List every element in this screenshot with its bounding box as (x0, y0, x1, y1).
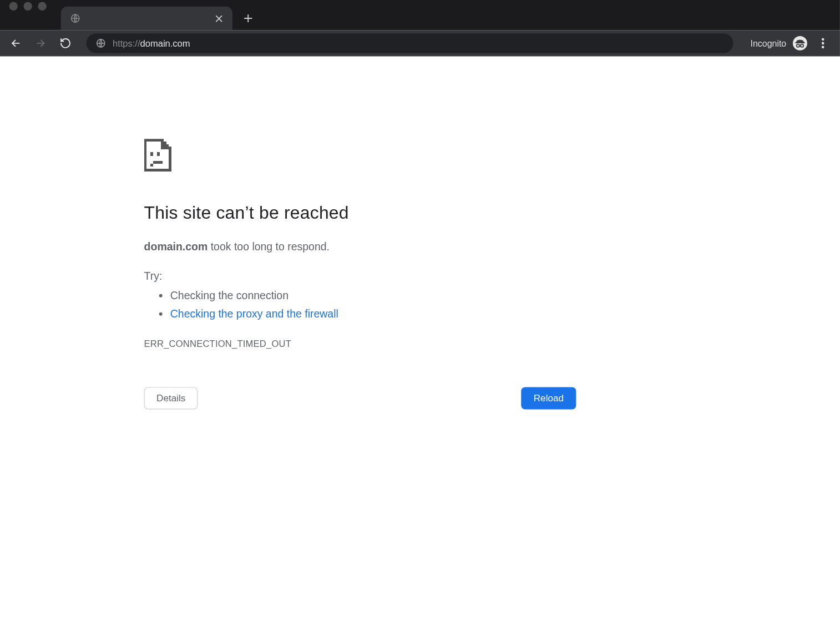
svg-rect-2 (795, 42, 805, 43)
sad-page-icon (144, 139, 172, 172)
svg-rect-14 (157, 152, 160, 156)
svg-point-4 (801, 44, 803, 47)
address-bar[interactable]: https://domain.com (87, 33, 733, 53)
toolbar-right: Incognito (751, 34, 832, 52)
error-code: ERR_CONNECTION_TIMED_OUT (144, 339, 576, 349)
svg-point-5 (822, 38, 824, 41)
button-row: Details Reload (144, 387, 576, 409)
error-subhead: domain.com took too long to respond. (144, 240, 576, 253)
reload-button[interactable]: Reload (521, 387, 576, 409)
error-content: This site can’t be reached domain.com to… (144, 139, 576, 409)
url-host: domain.com (140, 38, 190, 48)
site-info-icon[interactable] (95, 38, 106, 48)
page-body: This site can’t be reached domain.com to… (0, 139, 840, 409)
svg-rect-16 (150, 164, 153, 167)
suggestion-list: Checking the connection Checking the pro… (144, 286, 576, 323)
reload-toolbar-button[interactable] (55, 33, 76, 54)
svg-rect-13 (150, 152, 153, 156)
error-domain: domain.com (144, 240, 208, 252)
svg-rect-8 (164, 139, 171, 142)
svg-rect-10 (169, 144, 171, 147)
error-headline: This site can’t be reached (144, 203, 576, 224)
suggestion-text: Checking the connection (170, 290, 289, 301)
new-tab-button[interactable] (237, 8, 259, 29)
globe-icon (70, 13, 80, 24)
svg-rect-15 (153, 161, 163, 164)
window-minimize-dot[interactable] (23, 2, 32, 10)
error-subhead-rest: took too long to respond. (208, 240, 330, 252)
svg-rect-12 (161, 147, 169, 149)
toolbar: https://domain.com Incognito (0, 30, 840, 56)
back-button[interactable] (5, 33, 26, 54)
try-label: Try: (144, 270, 576, 282)
browser-tab[interactable] (61, 7, 232, 30)
svg-point-7 (822, 46, 824, 49)
proxy-firewall-link[interactable]: Checking the proxy and the firewall (170, 308, 338, 320)
window-close-dot[interactable] (9, 2, 18, 10)
details-button[interactable]: Details (144, 387, 198, 409)
svg-point-3 (797, 44, 799, 47)
incognito-icon[interactable] (793, 36, 807, 51)
browser-menu-button[interactable] (814, 34, 832, 52)
close-tab-icon[interactable] (212, 12, 224, 24)
window-zoom-dot[interactable] (38, 2, 46, 10)
svg-rect-9 (166, 142, 171, 144)
url-text: https://domain.com (113, 38, 190, 48)
window-controls (9, 0, 47, 21)
suggestion-item: Checking the connection (170, 286, 576, 305)
forward-button[interactable] (30, 33, 51, 54)
svg-point-6 (822, 42, 824, 45)
incognito-label: Incognito (751, 38, 787, 48)
url-scheme: https:// (113, 38, 140, 48)
titlebar (0, 0, 840, 30)
suggestion-item: Checking the proxy and the firewall (170, 305, 576, 323)
tabstrip (61, 0, 259, 30)
